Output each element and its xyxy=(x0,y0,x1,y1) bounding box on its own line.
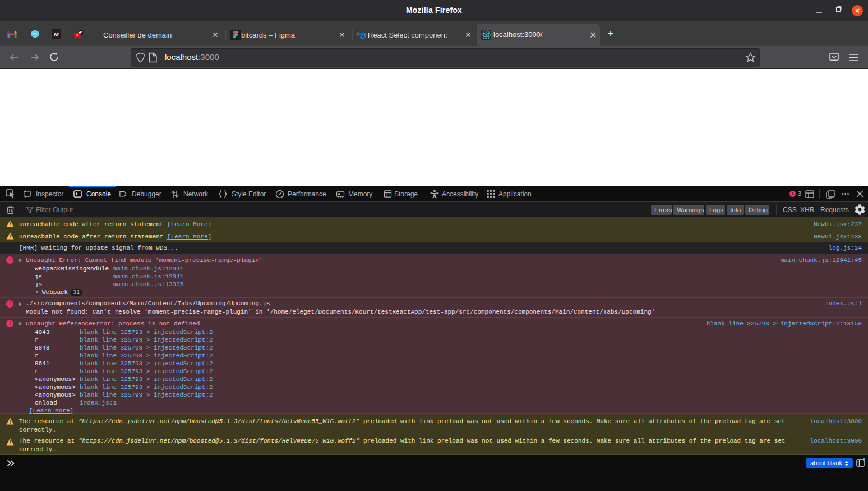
svg-text:21: 21 xyxy=(33,32,38,36)
svg-text:M: M xyxy=(54,31,59,37)
